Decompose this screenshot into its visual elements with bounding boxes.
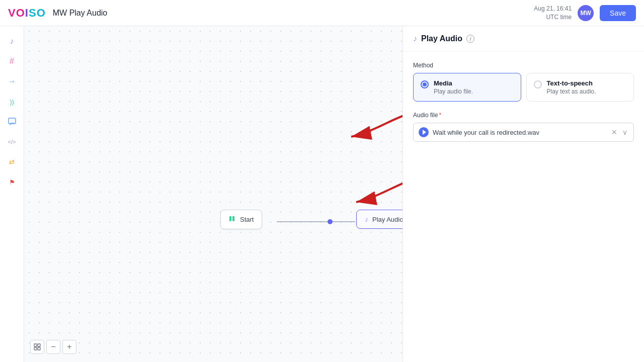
app-header: VOISO MW Play Audio Aug 21, 16:41 UTC ti… [0,0,644,26]
start-node-icon [229,215,236,224]
header-right: Aug 21, 16:41 UTC time MW Save [534,5,636,22]
panel-title: Play Audio [421,34,462,43]
svg-rect-6 [232,216,234,221]
sidebar-hash-icon[interactable]: # [3,52,21,70]
panel-body: Method Media Play audio file. Text-to-sp… [403,52,644,152]
timezone: UTC time [534,13,572,22]
zoom-controls: − + [30,340,76,354]
zoom-in-button[interactable]: + [62,340,76,354]
method-media-radio[interactable] [421,80,429,88]
play-audio-node[interactable]: ♪ Play Audio [356,210,403,229]
sidebar-transfer-icon[interactable]: ⇄ [3,153,21,171]
audio-dropdown-button[interactable]: ∨ [621,127,628,137]
method-tts-label: Text-to-speech [547,79,596,87]
red-arrow-1 [326,107,403,147]
method-tts-desc: Play text as audio. [547,88,596,95]
method-tts-radio[interactable] [534,80,542,88]
method-media-text: Media Play audio file. [434,79,473,95]
date-time: Aug 21, 16:41 [534,5,572,13]
audio-controls: ✕ ∨ [610,127,628,137]
sidebar-flag-icon[interactable]: ⚑ [3,173,21,191]
start-node[interactable]: Start [220,210,262,229]
method-options: Media Play audio file. Text-to-speech Pl… [413,73,634,102]
method-media-label: Media [434,79,473,87]
page-title: MW Play Audio [53,9,107,18]
sidebar-wave-icon[interactable]: )) [3,93,21,111]
svg-rect-10 [38,347,40,350]
audio-filename: Wait while your call is redirected.wav [433,129,606,136]
logo-v: V [8,7,15,20]
red-arrow-2 [331,172,403,207]
main-layout: ♪ # → )) </> ⇄ ⚑ [0,26,644,362]
method-media-card[interactable]: Media Play audio file. [413,73,521,102]
sidebar-music-icon[interactable]: ♪ [3,32,21,50]
right-panel: ♪ Play Audio i Method Media Play audio f… [403,26,644,362]
avatar[interactable]: MW [578,5,594,21]
info-icon[interactable]: i [466,35,474,43]
method-label: Method [413,62,634,69]
sidebar-arrow-icon[interactable]: → [3,72,21,90]
logo-o2: O [37,7,45,20]
audio-play-button[interactable] [419,127,429,137]
svg-rect-9 [34,347,37,350]
zoom-out-button[interactable]: − [46,340,60,354]
save-button[interactable]: Save [600,5,636,21]
method-tts-text: Text-to-speech Play text as audio. [547,79,596,95]
panel-header: ♪ Play Audio i [403,26,644,52]
logo-s: S [29,7,36,20]
datetime-display: Aug 21, 16:41 UTC time [534,5,572,22]
logo: VOISO [8,7,45,20]
svg-rect-7 [34,344,37,346]
connection-svg [24,26,403,362]
flow-canvas[interactable]: Start ♪ Play Audio − + [24,26,403,362]
sidebar-chat-icon[interactable] [3,113,21,131]
logo-o: O [16,7,24,20]
logo-i: I [25,7,28,20]
start-node-label: Start [240,216,254,223]
panel-music-icon: ♪ [413,34,417,43]
svg-point-2 [328,219,333,224]
sidebar-code-icon[interactable]: </> [3,133,21,151]
method-media-desc: Play audio file. [434,88,473,95]
audio-file-label: Audio file* [413,112,634,119]
svg-rect-8 [38,344,40,346]
required-marker: * [439,112,441,119]
audio-clear-button[interactable]: ✕ [610,127,618,137]
play-audio-node-icon: ♪ [365,215,368,223]
fit-zoom-button[interactable] [30,340,44,354]
method-tts-card[interactable]: Text-to-speech Play text as audio. [526,73,634,102]
svg-rect-5 [229,216,231,221]
play-audio-node-label: Play Audio [372,216,403,223]
left-sidebar: ♪ # → )) </> ⇄ ⚑ [0,26,24,362]
header-left: VOISO MW Play Audio [8,7,107,20]
audio-file-field[interactable]: Wait while your call is redirected.wav ✕… [413,123,634,142]
